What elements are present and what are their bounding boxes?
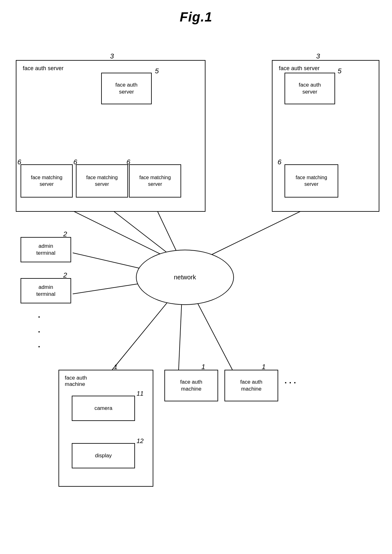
face-auth-server-right-label: face auth server [279, 65, 320, 72]
ref-11: 11 [137, 390, 144, 397]
ref-3-right: 3 [316, 52, 320, 60]
face-matching-server-4: face matching server [285, 164, 338, 198]
face-auth-machine-3: face auth machine [224, 370, 278, 401]
ref-3-left: 3 [110, 52, 114, 60]
diagram-area: face auth server 3 face auth server 5 fa… [0, 28, 392, 554]
camera-box: camera [72, 396, 135, 421]
display-label: display [95, 452, 112, 459]
network-label: network [174, 274, 196, 281]
svg-line-11 [179, 300, 182, 370]
admin-terminal-2: admin terminal [21, 278, 71, 303]
machine-dots: · · · [285, 379, 296, 387]
face-auth-machine-2: face auth machine [164, 370, 218, 401]
ref-12: 12 [137, 437, 144, 445]
ref-2-t2: 2 [63, 271, 67, 279]
svg-line-12 [194, 297, 232, 370]
svg-line-10 [112, 300, 169, 370]
ref-2-t1: 2 [63, 230, 67, 238]
ref-5-right: 5 [338, 67, 341, 75]
face-auth-machine-1-outer: face auth machine camera 11 display 12 [58, 370, 153, 487]
face-auth-server-inner-right: face auth server [285, 73, 335, 104]
page-title: Fig.1 [0, 0, 392, 25]
ref-6-1: 6 [17, 158, 21, 166]
ref-5-left: 5 [155, 67, 159, 75]
ref-1-m1: 1 [114, 363, 118, 371]
ref-6-3: 6 [126, 158, 130, 166]
face-auth-server-left-label: face auth server [23, 65, 64, 72]
ref-1-m3: 1 [262, 363, 266, 371]
network-ellipse: network [136, 250, 234, 305]
face-auth-server-inner-left: face auth server [101, 73, 152, 104]
ref-6-4: 6 [278, 158, 281, 166]
face-matching-server-3: face matching server [129, 164, 181, 198]
ref-1-m2: 1 [201, 363, 205, 371]
face-matching-server-1: face matching server [21, 164, 73, 198]
admin-terminal-1: admin terminal [21, 237, 71, 262]
display-box: display [72, 443, 135, 468]
admin-terminal-dots: · · · [38, 310, 40, 354]
camera-label: camera [95, 405, 113, 412]
ref-6-2: 6 [73, 158, 77, 166]
face-matching-server-2: face matching server [76, 164, 128, 198]
face-auth-machine-1-label: face auth machine [65, 375, 87, 387]
